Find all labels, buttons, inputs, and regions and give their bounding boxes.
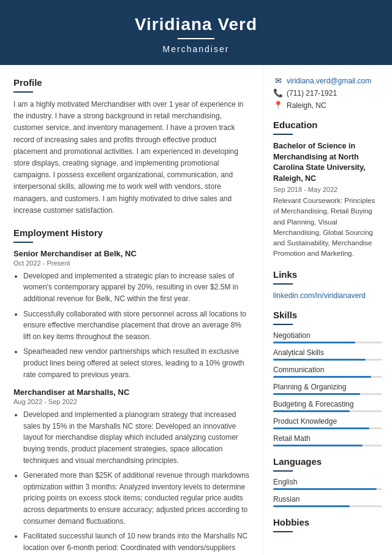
candidate-name: Viridiana Verd [12,15,380,34]
job-bullet: Developed and implemented a strategic pl… [23,270,251,305]
skills-title: Skills [273,310,382,320]
skill-bar-background [273,410,382,412]
skill-name: Budgeting & Forecasting [273,400,382,408]
edu-degree: Bachelor of Science in Merchandising at … [273,141,382,184]
language-name: English [273,478,382,486]
skill-bar-fill [273,376,371,378]
skill-bar-fill [273,359,366,361]
links-container: linkedin.com/in/viridianaverd [273,291,382,300]
education-title: Education [273,120,382,130]
languages-container: EnglishRussian [273,478,382,507]
hobbies-underline [273,531,293,532]
phone-text: (711) 217-1921 [287,89,337,98]
skill-name: Planning & Organizing [273,383,382,391]
language-bar-background [273,505,382,507]
candidate-title: Merchandiser [12,44,380,54]
language-item: Russian [273,495,382,507]
job-bullets: Developed and implemented a strategic pl… [13,270,251,380]
languages-title: Languages [273,456,382,467]
edu-container: Bachelor of Science in Merchandising at … [273,141,382,259]
location-icon: 📍 [273,101,283,110]
skill-name: Retail Math [273,434,382,443]
job-bullet: Spearheaded new vendor partnerships whic… [23,346,251,380]
skill-bar-background [273,445,382,446]
header: Viridiana Verd Merchandiser [0,0,392,65]
job-dates: Aug 2022 - Sep 2022 [13,398,251,405]
language-bar-fill [273,488,377,490]
phone-icon: 📞 [273,88,283,98]
skills-container: NegotiationAnalytical SkillsCommunicatio… [273,331,382,446]
contact-block: ✉ viridiana.verd@gmail.com 📞 (711) 217-1… [273,76,382,110]
skill-item: Planning & Organizing [273,383,382,395]
profile-title: Profile [13,77,251,88]
profile-section: Profile I am a highly motivated Merchand… [13,77,251,216]
skills-section: Skills NegotiationAnalytical SkillsCommu… [273,310,382,446]
employment-section: Employment History Senior Merchandiser a… [13,228,251,555]
job-item: Merchandiser at Marshalls, NCAug 2022 - … [13,388,251,555]
skill-name: Negotiation [273,331,382,340]
edu-dates: Sep 2018 - May 2022 [273,186,382,193]
links-title: Links [273,269,382,280]
right-column: ✉ viridiana.verd@gmail.com 📞 (711) 217-1… [263,65,392,551]
education-section: Education Bachelor of Science in Merchan… [273,120,382,259]
profile-text: I am a highly motivated Merchandiser wit… [13,99,251,216]
skill-bar-fill [273,393,360,395]
skill-name: Analytical Skills [273,348,382,357]
skill-bar-background [273,342,382,343]
skill-bar-fill [273,427,369,429]
hobbies-section: Hobbies [273,517,382,532]
job-bullet: Developed and implemented a planogram st… [23,409,251,466]
edu-item: Bachelor of Science in Merchandising at … [273,141,382,259]
job-bullet: Facilitated successful launch of 10 new … [23,530,251,555]
left-column: Profile I am a highly motivated Merchand… [0,65,263,555]
job-item: Senior Merchandiser at Belk, NCOct 2022 … [13,249,251,380]
skill-item: Communication [273,366,382,378]
link-item[interactable]: linkedin.com/in/viridianaverd [273,291,366,300]
skill-item: Product Knowledge [273,417,382,429]
languages-section: Languages EnglishRussian [273,456,382,507]
skill-bar-background [273,393,382,395]
language-bar-background [273,488,382,490]
skill-bar-fill [273,445,363,446]
hobbies-title: Hobbies [273,517,382,527]
skills-underline [273,324,293,325]
jobs-container: Senior Merchandiser at Belk, NCOct 2022 … [13,249,251,555]
skill-bar-background [273,427,382,429]
links-section: Links linkedin.com/in/viridianaverd [273,269,382,300]
skill-item: Budgeting & Forecasting [273,400,382,412]
job-title: Senior Merchandiser at Belk, NC [13,249,251,258]
skill-bar-fill [273,342,355,343]
languages-underline [273,470,293,472]
contact-email: ✉ viridiana.verd@gmail.com [273,76,382,85]
skill-name: Communication [273,366,382,374]
skill-item: Analytical Skills [273,348,382,361]
location-text: Raleigh, NC [287,101,326,110]
skill-bar-background [273,359,382,361]
job-dates: Oct 2022 - Present [13,259,251,267]
language-name: Russian [273,495,382,503]
skill-bar-fill [273,410,350,412]
profile-underline [13,91,33,93]
job-bullet: Successfully collaborated with store per… [23,308,251,343]
language-bar-fill [273,505,350,507]
education-underline [273,134,293,135]
skill-item: Retail Math [273,434,382,446]
skill-bar-background [273,376,382,378]
job-bullet: Generated more than $25K of additional r… [23,470,251,527]
skill-name: Product Knowledge [273,417,382,426]
employment-title: Employment History [13,228,251,238]
language-item: English [273,478,382,490]
header-divider [178,38,214,39]
skill-item: Negotiation [273,331,382,343]
contact-phone: 📞 (711) 217-1921 [273,88,382,98]
email-icon: ✉ [273,76,283,85]
edu-coursework: Relevant Coursework: Principles of Merch… [273,196,382,259]
contact-location: 📍 Raleigh, NC [273,101,382,110]
job-bullets: Developed and implemented a planogram st… [13,409,251,555]
job-title: Merchandiser at Marshalls, NC [13,388,251,397]
employment-underline [13,242,33,243]
email-link[interactable]: viridiana.verd@gmail.com [287,77,371,85]
body-layout: Profile I am a highly motivated Merchand… [0,65,392,555]
links-underline [273,283,293,285]
